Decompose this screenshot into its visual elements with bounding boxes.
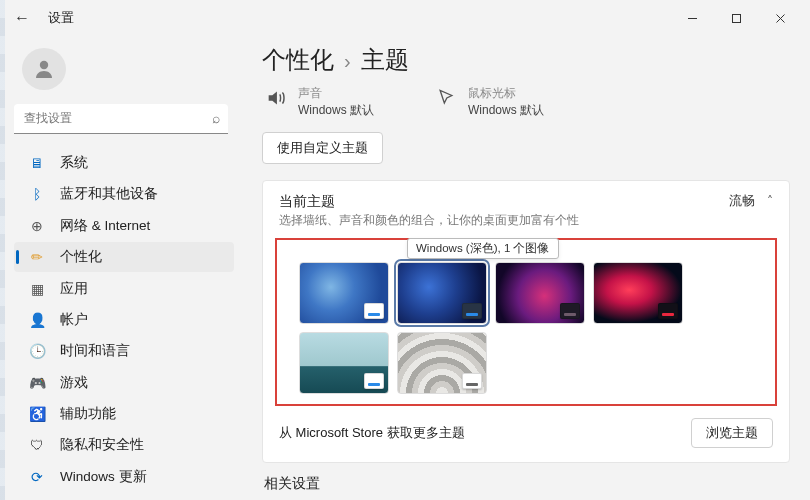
current-theme-card: 当前主题 选择墙纸、声音和颜色的组合，让你的桌面更加富有个性 流畅 ˄ Wind…: [262, 180, 790, 463]
use-custom-theme-button[interactable]: 使用自定义主题: [262, 132, 383, 164]
theme-grid-highlight: Windows (深色), 1 个图像: [275, 238, 777, 406]
brush-icon: ✏: [28, 248, 46, 266]
sidebar-item-label: 蓝牙和其他设备: [60, 185, 158, 203]
network-icon: ⊕: [28, 217, 46, 235]
theme-mini-preview: [462, 303, 482, 319]
store-text: 从 Microsoft Store 获取更多主题: [279, 424, 465, 442]
sidebar-item-label: 网络 & Internet: [60, 217, 150, 235]
sound-heading: 声音: [298, 86, 374, 102]
apps-icon: ▦: [28, 280, 46, 298]
sidebar-item-label: 个性化: [60, 248, 102, 266]
update-icon: ⟳: [28, 468, 46, 486]
theme-grid: [299, 262, 753, 394]
theme-captured-motion[interactable]: [593, 262, 683, 324]
window-title: 设置: [48, 9, 74, 27]
theme-glow[interactable]: [495, 262, 585, 324]
maximize-icon: [731, 13, 742, 24]
browse-themes-button[interactable]: 浏览主题: [691, 418, 773, 448]
sidebar-item-label: 时间和语言: [60, 342, 130, 360]
avatar[interactable]: [22, 48, 66, 90]
theme-mini-preview: [658, 303, 678, 319]
search-icon: ⌕: [212, 110, 220, 126]
sidebar-item-time[interactable]: 🕒时间和语言: [14, 336, 234, 366]
sidebar-item-brush[interactable]: ✏个性化: [14, 242, 234, 272]
theme-tooltip: Windows (深色), 1 个图像: [407, 238, 559, 259]
sidebar-item-label: 隐私和安全性: [60, 436, 144, 454]
sidebar-item-bluetooth[interactable]: ᛒ蓝牙和其他设备: [14, 179, 234, 209]
a11y-icon: ♿: [28, 405, 46, 423]
sidebar-item-gaming[interactable]: 🎮游戏: [14, 367, 234, 397]
chevron-right-icon: ›: [344, 50, 351, 73]
close-button[interactable]: [758, 3, 802, 33]
minimize-icon: [687, 13, 698, 24]
cursor-value: Windows 默认: [468, 103, 544, 117]
sidebar-item-privacy[interactable]: 🛡隐私和安全性: [14, 430, 234, 460]
arrow-left-icon: ←: [14, 9, 30, 27]
titlebar: ← 设置: [0, 0, 810, 36]
theme-sunrise[interactable]: [299, 332, 389, 394]
theme-windows-light[interactable]: [299, 262, 389, 324]
sidebar-item-apps[interactable]: ▦应用: [14, 273, 234, 303]
sidebar-item-label: 辅助功能: [60, 405, 116, 423]
maximize-button[interactable]: [714, 3, 758, 33]
sidebar-item-label: Windows 更新: [60, 468, 147, 486]
theme-mini-preview: [462, 373, 482, 389]
current-theme-title: 当前主题: [279, 193, 579, 211]
breadcrumb: 个性化 › 主题: [262, 44, 790, 76]
sidebar-item-label: 应用: [60, 280, 88, 298]
display-icon: 🖥: [28, 154, 46, 172]
svg-rect-1: [732, 14, 740, 22]
sidebar-item-label: 系统: [60, 154, 88, 172]
theme-mini-preview: [364, 303, 384, 319]
card-expand-toggle[interactable]: 流畅 ˄: [729, 193, 773, 210]
cursor-heading: 鼠标光标: [468, 86, 544, 102]
person-icon: [32, 57, 56, 81]
desktop-edge: [0, 0, 5, 500]
cursor-icon: [434, 86, 458, 110]
sound-setting[interactable]: 声音 Windows 默认: [264, 86, 374, 118]
sidebar-item-update[interactable]: ⟳Windows 更新: [14, 462, 234, 492]
theme-mini-preview: [560, 303, 580, 319]
cursor-setting[interactable]: 鼠标光标 Windows 默认: [434, 86, 544, 118]
mode-label: 流畅: [729, 193, 755, 210]
sidebar-item-label: 帐户: [60, 311, 88, 329]
speaker-icon: [264, 86, 288, 110]
svg-point-4: [40, 61, 48, 69]
sidebar-item-a11y[interactable]: ♿辅助功能: [14, 399, 234, 429]
theme-flow[interactable]: [397, 332, 487, 394]
sidebar-item-account[interactable]: 👤帐户: [14, 305, 234, 335]
current-theme-desc: 选择墙纸、声音和颜色的组合，让你的桌面更加富有个性: [279, 213, 579, 228]
sidebar: ⌕ 🖥系统ᛒ蓝牙和其他设备⊕网络 & Internet✏个性化▦应用👤帐户🕒时间…: [0, 36, 240, 500]
theme-windows-dark[interactable]: [397, 262, 487, 324]
sidebar-item-display[interactable]: 🖥系统: [14, 148, 234, 178]
search-box[interactable]: ⌕: [14, 104, 228, 134]
related-settings-heading: 相关设置: [264, 475, 790, 493]
content: 个性化 › 主题 声音 Windows 默认 鼠标光标 Win: [240, 36, 810, 500]
sound-value: Windows 默认: [298, 103, 374, 117]
sidebar-item-network[interactable]: ⊕网络 & Internet: [14, 211, 234, 241]
gaming-icon: 🎮: [28, 374, 46, 392]
breadcrumb-current: 主题: [361, 44, 409, 76]
privacy-icon: 🛡: [28, 436, 46, 454]
minimize-button[interactable]: [670, 3, 714, 33]
time-icon: 🕒: [28, 342, 46, 360]
back-button[interactable]: ←: [8, 4, 36, 32]
close-icon: [775, 13, 786, 24]
theme-mini-preview: [364, 373, 384, 389]
search-input[interactable]: [14, 104, 228, 134]
nav-list: 🖥系统ᛒ蓝牙和其他设备⊕网络 & Internet✏个性化▦应用👤帐户🕒时间和语…: [14, 148, 234, 492]
bluetooth-icon: ᛒ: [28, 185, 46, 203]
breadcrumb-parent[interactable]: 个性化: [262, 44, 334, 76]
sidebar-item-label: 游戏: [60, 374, 88, 392]
chevron-up-icon: ˄: [767, 194, 773, 208]
account-icon: 👤: [28, 311, 46, 329]
